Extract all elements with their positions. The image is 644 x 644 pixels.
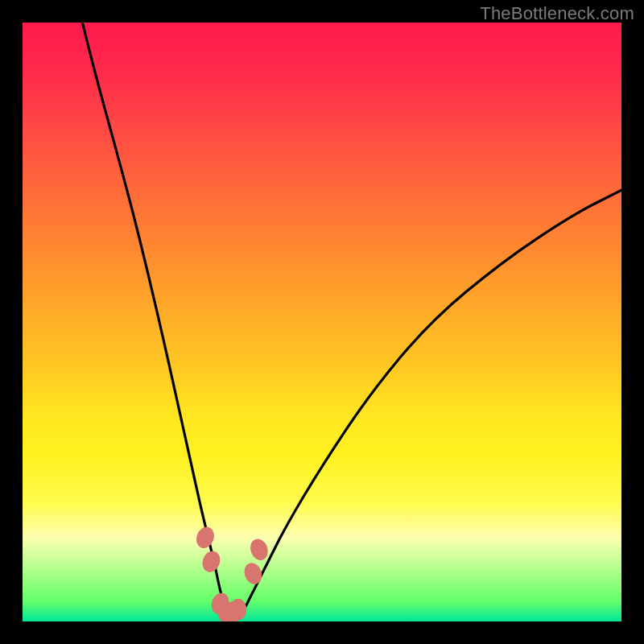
outer-frame: TheBottleneck.com [0, 0, 644, 644]
watermark-text: TheBottleneck.com [480, 3, 634, 24]
curve-group [82, 23, 621, 616]
bottleneck-curve-path [82, 23, 621, 616]
curve-marker [200, 549, 223, 574]
curve-marker [248, 537, 270, 562]
curve-marker [242, 561, 265, 586]
plot-area [23, 23, 621, 621]
marker-group [194, 525, 270, 621]
bottleneck-curve-svg [23, 23, 621, 621]
curve-marker [230, 599, 246, 620]
curve-marker [194, 525, 217, 550]
